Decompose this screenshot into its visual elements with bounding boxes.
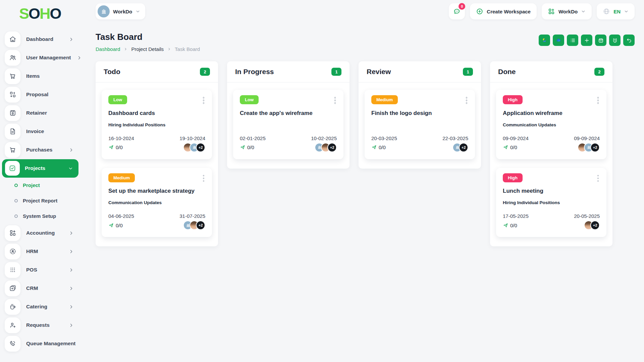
breadcrumb-project-details[interactable]: Project Details xyxy=(131,46,164,52)
sidebar-item-queue-management[interactable]: Queue Management xyxy=(0,335,80,353)
sidebar-item-label: Purchases xyxy=(26,147,63,153)
breadcrumb-dashboard[interactable]: Dashboard xyxy=(96,46,120,52)
card-menu-button[interactable] xyxy=(333,95,337,106)
onedrive-button[interactable] xyxy=(553,35,564,46)
invoice-icon xyxy=(5,124,20,139)
chevron-right-icon xyxy=(69,323,74,328)
chevron-down-icon xyxy=(624,9,629,14)
sidebar-item-label: CRM xyxy=(26,285,63,291)
breadcrumb: DashboardProject DetailsTask Board xyxy=(96,46,200,52)
sidebar-item-invoice[interactable]: Invoice xyxy=(0,122,80,141)
task-progress: 0/0 xyxy=(240,144,254,150)
breadcrumb-task-board: Task Board xyxy=(175,46,200,52)
avatar-overflow-badge: +2 xyxy=(196,143,205,152)
kanban-column-in-progress: In Progress1LowCreate the app's wirefram… xyxy=(227,61,350,169)
sidebar-item-catering[interactable]: Catering xyxy=(0,298,80,316)
app-window: SOHO DashboardUser ManagementItemsPropos… xyxy=(0,0,644,362)
sidebar-item-dashboard[interactable]: Dashboard xyxy=(0,30,80,49)
sidebar-subitem-project[interactable]: Project xyxy=(0,178,80,193)
task-start-date: 16-10-2024 xyxy=(108,135,134,141)
page-toolbar xyxy=(539,35,635,46)
card-menu-button[interactable] xyxy=(202,173,206,184)
sidebar-subitem-system-setup[interactable]: System Setup xyxy=(0,208,80,224)
sidebar-item-items[interactable]: Items xyxy=(0,67,80,85)
plus-button[interactable] xyxy=(581,35,592,46)
card-menu-button[interactable] xyxy=(596,173,600,184)
assignee-avatars[interactable]: +2 xyxy=(455,143,468,152)
main-area: WorkDo 0 Create Workspace WorkDo xyxy=(80,0,644,362)
phone-icon xyxy=(5,336,20,352)
create-workspace-button[interactable]: Create Workspace xyxy=(470,3,537,19)
undo-button[interactable] xyxy=(623,35,635,46)
topbar: WorkDo 0 Create Workspace WorkDo xyxy=(96,3,635,19)
task-card-create-the-app-s-wireframe[interactable]: LowCreate the app's wireframe02-01-20251… xyxy=(233,90,343,159)
sidebar-item-proposal[interactable]: Proposal xyxy=(0,85,80,104)
soho-logo[interactable]: SOHO xyxy=(0,5,80,22)
user-plus-icon xyxy=(5,317,20,333)
sidebar: SOHO DashboardUser ManagementItemsPropos… xyxy=(0,0,80,362)
sidebar-item-hrm[interactable]: HRM xyxy=(0,242,80,261)
sidebar-item-accounting[interactable]: Accounting xyxy=(0,224,80,242)
task-project xyxy=(371,122,468,128)
chevron-right-icon xyxy=(69,231,74,236)
column-title: Review xyxy=(367,68,391,76)
chevron-down-icon xyxy=(68,166,73,171)
column-title: Todo xyxy=(104,68,120,76)
task-card-finish-the-logo-design[interactable]: MediumFinish the logo design20-03-202522… xyxy=(365,90,475,159)
task-start-date: 20-03-2025 xyxy=(371,135,397,141)
workspace-switcher[interactable]: WorkDo xyxy=(96,3,145,19)
bullet-icon xyxy=(14,184,18,187)
task-card-lunch-meeting[interactable]: HighLunch meetingHiring Individual Posit… xyxy=(496,168,606,237)
sidebar-item-crm[interactable]: CRM xyxy=(0,279,80,298)
sidebar-item-label: Requests xyxy=(26,322,63,328)
column-header: Todo2 xyxy=(96,61,218,82)
calendar-button[interactable] xyxy=(595,35,606,46)
sidebar-item-purchases[interactable]: Purchases xyxy=(0,141,80,159)
assignee-avatars[interactable]: +2 xyxy=(318,143,337,152)
task-title: Application wireframe xyxy=(503,110,600,117)
messages-button[interactable]: 0 xyxy=(449,3,465,19)
task-progress: 0/0 xyxy=(371,144,386,150)
workspace-switcher-label: WorkDo xyxy=(113,9,132,14)
assignee-avatars[interactable]: +2 xyxy=(186,221,205,230)
circle-plus-icon xyxy=(476,8,483,15)
timer-button[interactable] xyxy=(609,35,621,46)
sidebar-subitem-label: Project xyxy=(23,182,40,188)
assignee-avatars[interactable]: +2 xyxy=(581,143,600,152)
task-start-date: 02-01-2025 xyxy=(240,135,266,141)
app-menu-button[interactable]: WorkDo xyxy=(542,3,592,19)
sidebar-item-user-management[interactable]: User Management xyxy=(0,49,80,67)
column-count-badge: 2 xyxy=(200,68,210,76)
google-drive-button[interactable] xyxy=(539,35,550,46)
sidebar-submenu: ProjectProject ReportSystem Setup xyxy=(0,178,80,224)
sidebar-item-label: Items xyxy=(26,73,74,79)
task-title: Create the app's wireframe xyxy=(240,110,337,117)
task-progress: 0/0 xyxy=(503,223,517,228)
sidebar-item-projects[interactable]: Projects xyxy=(2,159,78,178)
list-button[interactable] xyxy=(567,35,578,46)
card-menu-button[interactable] xyxy=(596,95,600,106)
sidebar-item-pos[interactable]: POS xyxy=(0,261,80,279)
list-icon xyxy=(570,38,576,43)
sidebar-item-requests[interactable]: Requests xyxy=(0,316,80,335)
bullet-icon xyxy=(14,199,18,202)
sidebar-subitem-project-report[interactable]: Project Report xyxy=(0,193,80,208)
undo-icon xyxy=(626,38,632,43)
sidebar-item-label: Queue Management xyxy=(26,341,75,347)
card-menu-button[interactable] xyxy=(465,95,469,106)
task-end-date: 20-05-2025 xyxy=(574,213,600,219)
sidebar-item-retainer[interactable]: Retainer xyxy=(0,104,80,122)
language-selector[interactable]: EN xyxy=(597,3,635,19)
assignee-avatars[interactable]: +2 xyxy=(587,221,600,230)
messages-count-badge: 0 xyxy=(459,3,465,10)
task-card-dashboard-cards[interactable]: LowDashboard cardsHiring Individual Posi… xyxy=(102,90,212,159)
users-icon xyxy=(5,50,20,66)
card-menu-button[interactable] xyxy=(202,95,206,106)
page-title: Task Board xyxy=(96,32,200,42)
kanban-column-todo: Todo2LowDashboard cardsHiring Individual… xyxy=(96,61,218,246)
sidebar-menu: DashboardUser ManagementItemsProposalRet… xyxy=(0,30,80,353)
assignee-avatars[interactable]: +2 xyxy=(186,143,205,152)
task-card-application-wireframe[interactable]: HighApplication wireframeCommunication U… xyxy=(496,90,606,159)
task-card-set-up-the-marketplace-strategy[interactable]: MediumSet up the marketplace strategyCom… xyxy=(102,168,212,237)
logo-letter: O xyxy=(50,5,61,22)
